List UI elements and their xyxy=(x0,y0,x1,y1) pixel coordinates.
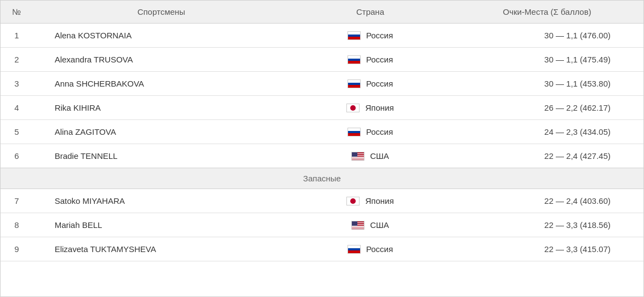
cell-athlete: Satoko MIYAHARA xyxy=(33,189,290,213)
country-name: Россия xyxy=(366,31,393,40)
table-row: 6Bradie TENNELLСША22 — 2,4 (427.45) xyxy=(1,144,643,168)
cell-num: 7 xyxy=(1,189,33,213)
table-row: 2Alexandra TRUSOVAРоссия30 — 1,1 (475.49… xyxy=(1,48,643,72)
cell-num: 6 xyxy=(1,144,33,168)
cell-score: 30 — 1,1 (475.49) xyxy=(451,48,643,72)
cell-country: Япония xyxy=(290,96,451,120)
cell-athlete: Elizaveta TUKTAMYSHEVA xyxy=(33,237,290,261)
cell-athlete: Rika KIHIRA xyxy=(33,96,290,120)
flag-russia-icon xyxy=(347,55,361,64)
cell-athlete: Bradie TENNELL xyxy=(33,144,290,168)
results-table-container: № Спортсмены Страна Очки-Места (Σ баллов… xyxy=(0,0,644,297)
separator-row: Запасные xyxy=(1,168,643,189)
cell-num: 2 xyxy=(1,48,33,72)
cell-score: 24 — 2,3 (434.05) xyxy=(451,120,643,144)
cell-country: США xyxy=(290,213,451,237)
results-table: № Спортсмены Страна Очки-Места (Σ баллов… xyxy=(1,1,643,261)
country-name: Россия xyxy=(366,55,393,64)
table-row: 9Elizaveta TUKTAMYSHEVAРоссия22 — 3,3 (4… xyxy=(1,237,643,261)
cell-athlete: Alina ZAGITOVA xyxy=(33,120,290,144)
cell-athlete: Mariah BELL xyxy=(33,213,290,237)
cell-country: Россия xyxy=(290,48,451,72)
cell-num: 8 xyxy=(1,213,33,237)
table-row: 8Mariah BELLСША22 — 3,3 (418.56) xyxy=(1,213,643,237)
flag-japan-icon xyxy=(346,104,360,112)
flag-usa-icon xyxy=(351,221,364,230)
table-row: 1Alena KOSTORNAIAРоссия30 — 1,1 (476.00) xyxy=(1,24,643,48)
cell-num: 5 xyxy=(1,120,33,144)
cell-country: Япония xyxy=(290,189,451,213)
flag-usa-icon xyxy=(351,152,364,161)
flag-russia-icon xyxy=(347,79,361,88)
flag-russia-icon xyxy=(347,128,361,136)
cell-score: 30 — 1,1 (476.00) xyxy=(451,24,643,48)
cell-num: 4 xyxy=(1,96,33,120)
country-name: Япония xyxy=(365,196,394,205)
country-name: Россия xyxy=(366,244,393,254)
country-name: Россия xyxy=(366,127,393,136)
flag-japan-icon xyxy=(346,197,360,205)
country-name: Япония xyxy=(365,103,394,112)
cell-score: 22 — 2,4 (427.45) xyxy=(451,144,643,168)
cell-country: Россия xyxy=(290,120,451,144)
cell-country: Россия xyxy=(290,24,451,48)
country-name: Россия xyxy=(366,79,393,88)
header-country: Страна xyxy=(290,1,451,24)
flag-russia-icon xyxy=(347,245,361,254)
cell-country: Россия xyxy=(290,237,451,261)
cell-score: 22 — 3,3 (418.56) xyxy=(451,213,643,237)
cell-score: 26 — 2,2 (462.17) xyxy=(451,96,643,120)
cell-num: 3 xyxy=(1,72,33,96)
header-athlete: Спортсмены xyxy=(33,1,290,24)
cell-athlete: Anna SHCHERBAKOVA xyxy=(33,72,290,96)
cell-score: 22 — 3,3 (415.07) xyxy=(451,237,643,261)
header-num: № xyxy=(1,1,33,24)
cell-country: Россия xyxy=(290,72,451,96)
country-name: США xyxy=(370,220,389,230)
cell-num: 1 xyxy=(1,24,33,48)
cell-athlete: Alexandra TRUSOVA xyxy=(33,48,290,72)
cell-country: США xyxy=(290,144,451,168)
cell-athlete: Alena KOSTORNAIA xyxy=(33,24,290,48)
flag-russia-icon xyxy=(347,31,361,40)
header-score: Очки-Места (Σ баллов) xyxy=(451,1,643,24)
table-header-row: № Спортсмены Страна Очки-Места (Σ баллов… xyxy=(1,1,643,24)
table-row: 3Anna SHCHERBAKOVAРоссия30 — 1,1 (453.80… xyxy=(1,72,643,96)
cell-num: 9 xyxy=(1,237,33,261)
table-row: 7Satoko MIYAHARAЯпония22 — 2,4 (403.60) xyxy=(1,189,643,213)
cell-score: 30 — 1,1 (453.80) xyxy=(451,72,643,96)
country-name: США xyxy=(370,151,389,161)
cell-score: 22 — 2,4 (403.60) xyxy=(451,189,643,213)
table-row: 4Rika KIHIRAЯпония26 — 2,2 (462.17) xyxy=(1,96,643,120)
table-row: 5Alina ZAGITOVAРоссия24 — 2,3 (434.05) xyxy=(1,120,643,144)
